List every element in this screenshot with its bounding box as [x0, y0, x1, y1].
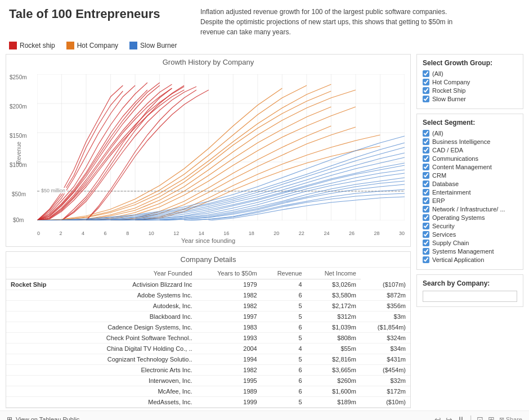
chart-title: Growth History by Company: [6, 55, 410, 69]
growth-group-checkbox-3[interactable]: [423, 96, 429, 102]
footer-btn-redo[interactable]: ↪: [446, 415, 452, 420]
table-row: MedAssets, Inc. 1999 5 $189m ($10m): [6, 397, 410, 408]
company-name: Cadence Design Systems, Inc.: [66, 322, 197, 333]
description: Inflation adjusted revenue growth for 10…: [200, 7, 459, 37]
revenue: $1,039m: [307, 322, 361, 333]
footer-btn-undo[interactable]: ↩: [434, 415, 441, 420]
growth-group-filter-item: Hot Company: [423, 79, 517, 85]
table-row: Rocket Ship Activision Blizzard Inc 1979…: [6, 279, 410, 290]
company-name: China Digital TV Holding Co., ..: [66, 344, 197, 354]
legend-label: Hot Company: [77, 42, 118, 49]
revenue: $189m: [307, 397, 361, 408]
legend-item: Rocket ship: [9, 42, 55, 49]
net-income: ($1,854m): [361, 322, 410, 333]
segment-checkbox-9[interactable]: [423, 206, 429, 213]
group-label: [6, 386, 66, 397]
segment-checkbox-6[interactable]: [423, 180, 429, 187]
net-income: $34m: [361, 344, 410, 354]
years-to-50m: 6: [262, 376, 307, 386]
growth-group-checkbox-1[interactable]: [423, 79, 429, 85]
segment-checkbox-1[interactable]: [423, 138, 429, 145]
growth-group-checkbox-2[interactable]: [423, 87, 429, 94]
year-founded: 1993: [197, 333, 262, 344]
revenue: $3,665m: [307, 365, 361, 376]
segment-checkbox-13[interactable]: [423, 240, 429, 246]
table-body: Rocket Ship Activision Blizzard Inc 1979…: [6, 279, 410, 408]
company-name: Autodesk, Inc.: [66, 301, 197, 311]
segment-checkbox-2[interactable]: [423, 147, 429, 153]
segment-checkbox-0[interactable]: [423, 130, 429, 137]
table-row: Cognizant Technology Solutio.. 1994 5 $2…: [6, 354, 410, 365]
group-label: [6, 301, 66, 311]
chart-svg: [37, 74, 405, 220]
segment-checkbox-14[interactable]: [423, 248, 429, 255]
data-table: Year Founded Years to $50m Revenue Net I…: [6, 268, 410, 408]
search-section: Search by Company:: [416, 274, 523, 307]
revenue: $2,172m: [307, 301, 361, 311]
legend-label: Slow Burner: [140, 42, 177, 49]
year-founded: 1982: [197, 290, 262, 301]
segment-filter-item: Supply Chain: [423, 240, 517, 246]
years-to-50m: 6: [262, 365, 307, 376]
footer-btn-pause[interactable]: ⏸: [457, 415, 465, 420]
table-row: Autodesk, Inc. 1982 5 $2,172m $356m: [6, 301, 410, 311]
footer-btn-download[interactable]: ⊡: [477, 415, 483, 420]
segment-label: CRM: [432, 172, 446, 179]
y-label-100m: $100m: [10, 162, 27, 168]
group-label: [6, 376, 66, 386]
col-header-revenue: Revenue: [262, 268, 307, 279]
table-row: McAfee, Inc. 1989 6 $1,600m $172m: [6, 386, 410, 397]
revenue: $1,600m: [307, 386, 361, 397]
segment-label: Security: [432, 223, 455, 229]
year-founded: 1989: [197, 386, 262, 397]
legend: Rocket shipHot CompanySlow Burner: [0, 42, 529, 54]
years-to-50m: 5: [262, 311, 307, 322]
y-axis-title: Revenue: [16, 142, 22, 164]
years-to-50m: 6: [262, 322, 307, 333]
segment-label: CAD / EDA: [432, 147, 463, 153]
group-label: [6, 397, 66, 408]
tableau-grid-icon: ⊞: [7, 416, 12, 420]
segment-checkbox-10[interactable]: [423, 214, 429, 221]
segment-label: Operating Systems: [432, 214, 485, 221]
legend-color-box: [66, 42, 74, 49]
segment-label: Communications: [432, 155, 478, 162]
segment-checkbox-3[interactable]: [423, 155, 429, 162]
legend-label: Rocket ship: [20, 42, 55, 49]
segment-filter-item: Services: [423, 231, 517, 238]
net-income: $872m: [361, 290, 410, 301]
table-row: Blackboard Inc. 1997 5 $312m $3m: [6, 311, 410, 322]
growth-group-checkbox-0[interactable]: [423, 70, 429, 77]
group-label: [6, 322, 66, 333]
table-row: Electronic Arts Inc. 1982 6 $3,665m ($45…: [6, 365, 410, 376]
segment-filter-item: Systems Management: [423, 248, 517, 255]
net-income: ($10m): [361, 397, 410, 408]
segment-label: Business Intelligence: [432, 138, 490, 145]
left-panel: Growth History by Company Revenue: [6, 54, 411, 408]
growth-group-label: Slow Burner: [432, 96, 466, 102]
growth-group-filter-item: Rocket Ship: [423, 87, 517, 94]
group-label: [6, 344, 66, 354]
segment-checkbox-11[interactable]: [423, 223, 429, 229]
year-founded: 1982: [197, 365, 262, 376]
company-name: McAfee, Inc.: [66, 386, 197, 397]
year-founded: 1997: [197, 311, 262, 322]
segment-filter: Select Segment: (All)Business Intelligen…: [416, 114, 523, 270]
segment-checkbox-4[interactable]: [423, 164, 429, 170]
main-container: Tale of 100 Entrepreneurs Inflation adju…: [0, 0, 529, 420]
footer-btn-fullscreen[interactable]: ⊞: [488, 415, 495, 420]
footer-btn-share[interactable]: ⊠ Share: [499, 416, 522, 421]
segment-checkbox-8[interactable]: [423, 197, 429, 204]
tableau-link[interactable]: View on Tableau Public: [16, 416, 79, 420]
footer-divider: |: [469, 414, 472, 420]
segment-checkbox-12[interactable]: [423, 231, 429, 238]
growth-group-filter-item: (All): [423, 70, 517, 77]
segment-checkbox-5[interactable]: [423, 172, 429, 179]
years-to-50m: 5: [262, 301, 307, 311]
table-row: China Digital TV Holding Co., .. 2004 4 …: [6, 344, 410, 354]
segment-label: Supply Chain: [432, 240, 469, 246]
segment-checkbox-7[interactable]: [423, 189, 429, 196]
search-input[interactable]: [423, 291, 517, 302]
col-header-years-to-50m: Years to $50m: [197, 268, 262, 279]
segment-checkbox-15[interactable]: [423, 256, 429, 263]
